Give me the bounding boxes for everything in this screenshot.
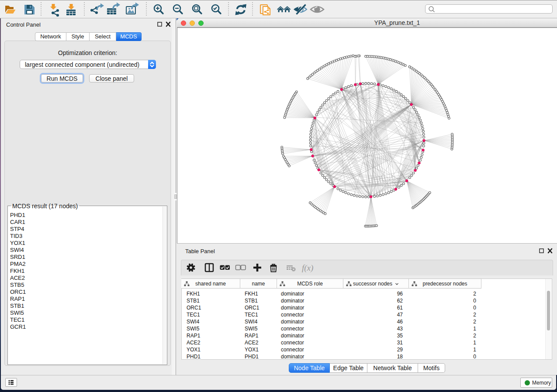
svg-text:f(x): f(x) — [302, 263, 313, 273]
